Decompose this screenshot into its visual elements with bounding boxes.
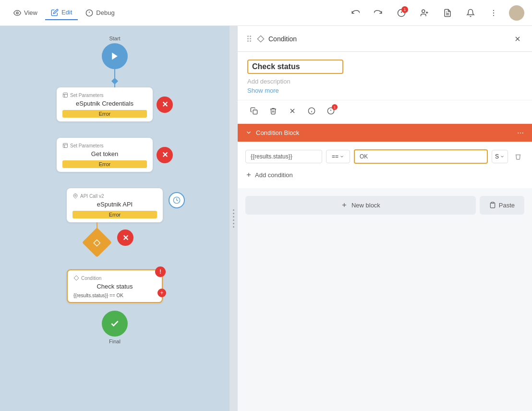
block-name-input[interactable] [247,60,343,74]
info-button[interactable] [305,104,318,118]
svg-marker-24 [74,276,79,280]
node-title-1: eSputnik Credentials [62,100,147,107]
delete-button[interactable] [266,104,280,118]
divider-dot [233,223,234,224]
alert-toolbar-button[interactable]: 1 [324,104,338,118]
alert-badge: 1 [401,6,408,13]
plus-icon [245,171,252,178]
add-user-button[interactable] [417,5,432,21]
toolbar-row: 1 [238,100,532,124]
final-node[interactable] [102,311,128,337]
divider-dot [233,226,234,228]
flow-container: Start Set Parameters [0,26,230,411]
api-call-node[interactable]: API Call v2 eSputnik API Error [67,188,163,222]
svg-point-12 [493,10,494,11]
user-avatar[interactable] [509,5,524,21]
operator-chevron [339,154,344,159]
divider-dot [233,209,234,211]
canvas-area[interactable]: Start Set Parameters [0,26,230,411]
delete-condition-button[interactable] [512,150,524,163]
node-error-1: Error [62,110,147,118]
error-btn-3-container: ✕ [117,230,133,246]
node-type-label-4: Condition [81,276,101,281]
debug-label: Debug [96,9,114,16]
panel-divider[interactable] [230,26,237,411]
node-title-3: eSputnik API [73,201,157,208]
node-title-4: Check status [73,283,156,290]
error-btn-2[interactable]: ✕ [157,147,173,163]
variable-input[interactable] [245,150,322,163]
set-params-node-2[interactable]: Set Parameters Get token Error [57,138,153,172]
svg-point-0 [16,12,18,14]
divider-dot [233,213,234,214]
type-select[interactable]: S [492,150,508,163]
menu-icon [517,129,524,137]
condition-icon [257,35,265,43]
nav-right: 1 [348,5,524,21]
view-tab[interactable]: View [8,6,43,20]
redo-button[interactable] [371,5,386,21]
start-label: Start [109,36,120,41]
close-panel-button[interactable] [511,32,524,46]
svg-point-14 [493,15,494,16]
value-input[interactable] [354,149,488,164]
main-layout: Start Set Parameters [0,26,532,411]
warning-badge: ! [155,266,166,277]
paste-button[interactable]: Paste [480,196,524,215]
start-node[interactable] [102,43,128,69]
clock-button[interactable] [169,192,185,208]
node-type-label-3: API Call v2 [80,193,104,199]
svg-point-37 [518,133,519,133]
condition-block-title: Condition Block [245,129,299,136]
copy-button[interactable] [247,104,261,118]
error-btn-3[interactable]: ✕ [117,230,133,246]
node-type-4: Condition [73,275,156,281]
drag-handle[interactable] [245,34,253,44]
debug-tab[interactable]: Debug [80,6,120,20]
add-condition-button[interactable]: Add condition [245,169,524,181]
notifications-button[interactable] [463,5,478,21]
condition-block-menu[interactable] [517,129,524,137]
svg-point-13 [493,12,494,13]
node-row-4: ! Condition Check status {{results.statu… [67,269,163,303]
svg-marker-15 [112,53,118,60]
bottom-actions: New block Paste [238,188,532,222]
svg-rect-16 [63,93,68,97]
description-placeholder[interactable]: Add description [247,78,522,85]
edit-label: Edit [61,9,72,16]
condition-block-body: == S [238,142,532,188]
condition-text: {{results.status}} == OK [73,293,156,298]
docs-button[interactable] [440,5,455,21]
alert-button[interactable]: 1 [394,5,409,21]
error-btn-1[interactable]: ✕ [157,97,173,113]
divider-dot [233,219,234,221]
panel-title: Condition [268,35,297,43]
connector-diamond [111,78,118,85]
toolbar-alert-badge: 1 [332,104,338,110]
node-error-3: Error [73,211,157,218]
svg-point-7 [422,10,425,12]
right-panel: Condition Add description Show more [237,26,532,411]
svg-point-39 [522,133,523,133]
disconnect-button[interactable] [286,104,299,118]
show-more-button[interactable]: Show more [247,87,522,94]
edit-tab[interactable]: Edit [45,6,78,20]
condition-block-header[interactable]: Condition Block [238,124,532,142]
undo-button[interactable] [348,5,363,21]
svg-marker-23 [94,240,100,246]
operator-select[interactable]: == [326,150,350,163]
svg-rect-19 [63,144,68,148]
view-label: View [24,9,37,16]
node-type-label-1: Set Parameters [70,93,103,98]
type-chevron [500,154,505,159]
more-options-button[interactable] [486,5,501,21]
condition-node[interactable]: ! Condition Check status {{results.statu… [67,269,163,303]
new-block-button[interactable]: New block [245,196,476,215]
node-row-2: Set Parameters Get token Error ✕ [57,138,173,172]
set-params-node-1[interactable]: Set Parameters eSputnik Credentials Erro… [57,87,153,121]
add-condition-circle[interactable]: + [157,289,166,297]
node-title-2: Get token [62,150,147,157]
orange-diamond-node[interactable] [82,228,112,257]
divider-dot [233,216,234,218]
node-type-1: Set Parameters [62,92,147,98]
